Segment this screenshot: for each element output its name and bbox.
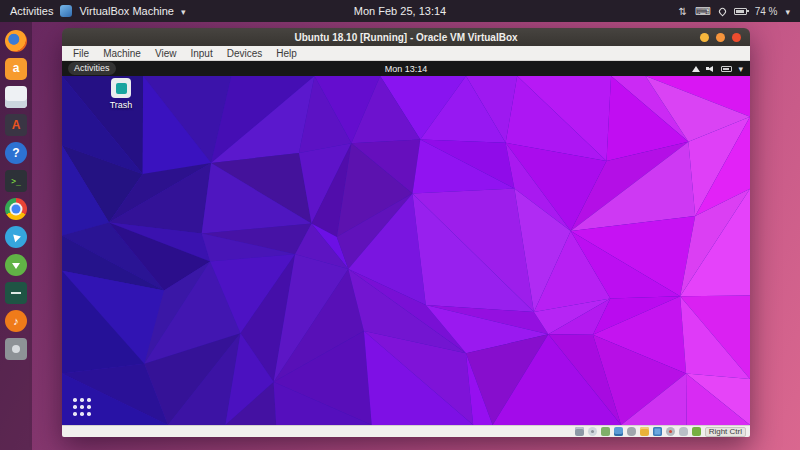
minimize-button[interactable]	[700, 33, 709, 42]
usb-icon[interactable]	[627, 427, 636, 436]
host-dock	[0, 22, 32, 450]
host-key-state-icon	[692, 427, 701, 436]
menu-devices[interactable]: Devices	[220, 48, 270, 59]
libreoffice-dock-icon[interactable]	[5, 282, 27, 304]
menu-file[interactable]: File	[66, 48, 96, 59]
window-titlebar[interactable]: Ubuntu 18.10 [Running] - Oracle VM Virtu…	[62, 28, 750, 46]
trash-label: Trash	[110, 100, 133, 110]
guest-topbar: Activities Mon 13:14	[62, 61, 750, 76]
maximize-button[interactable]	[716, 33, 725, 42]
amazon-dock-icon[interactable]	[5, 58, 27, 80]
vbox-statusbar: Right Ctrl	[62, 425, 750, 437]
trash-desktop-icon[interactable]: Trash	[97, 78, 145, 110]
host-desktop: Activities VirtualBox Machine Mon Feb 25…	[0, 0, 800, 450]
firefox-dock-icon[interactable]	[5, 30, 27, 52]
video-capture-icon[interactable]	[666, 427, 675, 436]
network-icon[interactable]	[614, 427, 623, 436]
virtualbox-window: Ubuntu 18.10 [Running] - Oracle VM Virtu…	[62, 28, 750, 437]
terminal-dock-icon[interactable]	[5, 170, 27, 192]
help-dock-icon[interactable]	[5, 142, 27, 164]
window-buttons	[700, 33, 750, 42]
menu-view[interactable]: View	[148, 48, 184, 59]
transmission-dock-icon[interactable]	[5, 254, 27, 276]
battery-icon	[734, 8, 747, 15]
optical-drive-icon[interactable]	[588, 427, 597, 436]
screenshot-dock-icon[interactable]	[5, 338, 27, 360]
mouse-integration-icon[interactable]	[679, 427, 688, 436]
show-applications-button[interactable]	[73, 398, 91, 416]
close-button[interactable]	[732, 33, 741, 42]
menu-machine[interactable]: Machine	[96, 48, 148, 59]
guest-clock[interactable]: Mon 13:14	[62, 64, 750, 74]
shared-folders-icon[interactable]	[640, 427, 649, 436]
rhythmbox-dock-icon[interactable]	[5, 310, 27, 332]
host-topbar: Activities VirtualBox Machine Mon Feb 25…	[0, 0, 800, 22]
hard-disk-icon[interactable]	[575, 427, 584, 436]
chrome-dock-icon[interactable]	[5, 198, 27, 220]
host-clock[interactable]: Mon Feb 25, 13:14	[0, 5, 800, 17]
window-title: Ubuntu 18.10 [Running] - Oracle VM Virtu…	[62, 32, 750, 43]
vbox-menubar: File Machine View Input Devices Help	[62, 46, 750, 61]
telegram-dock-icon[interactable]	[5, 226, 27, 248]
host-key-label: Right Ctrl	[705, 427, 746, 437]
guest-desktop[interactable]: Activities Mon 13:14 Trash	[62, 61, 750, 425]
battery-icon	[721, 66, 732, 72]
menu-help[interactable]: Help	[269, 48, 304, 59]
files-dock-icon[interactable]	[5, 86, 27, 108]
volume-icon	[706, 65, 715, 73]
audio-icon[interactable]	[601, 427, 610, 436]
display-icon[interactable]	[653, 427, 662, 436]
trash-icon	[111, 78, 131, 98]
menu-input[interactable]: Input	[183, 48, 219, 59]
guest-wallpaper	[62, 76, 750, 425]
ubuntu-software-dock-icon[interactable]	[5, 114, 27, 136]
